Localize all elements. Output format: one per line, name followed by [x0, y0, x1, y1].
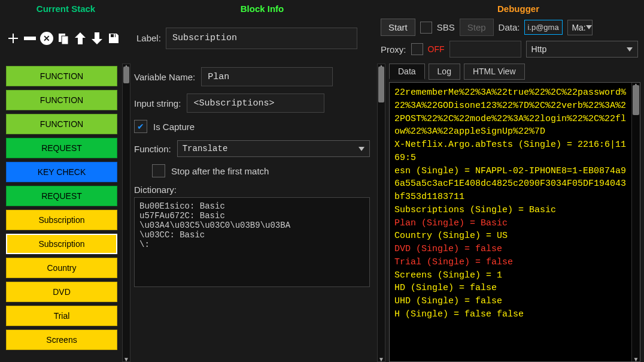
function-select[interactable]: Translate [177, 140, 370, 157]
label-input[interactable] [166, 28, 357, 49]
header-info: Block Info [132, 4, 393, 14]
input-string-input[interactable] [187, 93, 324, 113]
header-debugger: Debugger [393, 4, 644, 14]
scroll-thumb[interactable] [633, 85, 639, 115]
console-line: 22rememberMe%22%3A%22true%22%2C%22passwo… [394, 86, 629, 138]
data-label: Data: [499, 22, 520, 32]
scroll-down-icon[interactable]: ▼ [378, 356, 385, 362]
stop-first-checkbox[interactable] [152, 164, 165, 177]
chevron-down-icon [627, 47, 633, 52]
proxy-state: OFF [428, 44, 445, 54]
stack-block[interactable]: Trial [6, 306, 117, 326]
proxy-type-label: Http [531, 44, 547, 54]
console-line: Plan (Single) = Basic [394, 217, 629, 230]
label-label: Label: [136, 33, 161, 43]
is-capture-label: Is Capture [153, 122, 195, 132]
proxy-type-select[interactable]: Http [526, 41, 638, 58]
stack-block[interactable]: FUNCTION [6, 66, 117, 86]
function-label: Function: [134, 144, 171, 154]
start-button[interactable]: Start [381, 19, 415, 36]
stack-block[interactable]: REQUEST [6, 186, 117, 206]
duplicate-icon[interactable] [56, 31, 71, 46]
stack-block[interactable]: DVD [6, 282, 117, 302]
svg-rect-2 [62, 36, 68, 44]
step-button[interactable]: Step [460, 19, 494, 36]
console-line: Country (Single) = US [394, 230, 629, 243]
tab-html[interactable]: HTML View [464, 64, 525, 80]
console-line: HD (Single) = false [394, 282, 629, 295]
proxy-input[interactable] [449, 41, 521, 58]
tab-data[interactable]: Data [389, 64, 425, 80]
save-icon[interactable] [107, 31, 121, 46]
console-output: 22rememberMe%22%3A%22true%22%2C%22passwo… [390, 83, 631, 361]
header-stack: Current Stack [0, 4, 132, 14]
stack-block[interactable]: Subscription [6, 210, 117, 230]
sbs-checkbox[interactable] [420, 22, 432, 34]
console-line: H (Single) = false false [394, 308, 629, 321]
stack-toolbar: ✕ [6, 31, 132, 46]
mask-label: Ma: [572, 23, 585, 32]
console-line: esn (Single) = NFAPPL-02-IPHONE8=1-EB087… [394, 165, 629, 204]
console-line: X-Netflix.Argo.abTests (Single) = 2216:6… [394, 138, 629, 165]
delete-icon[interactable]: ✕ [40, 31, 54, 46]
stack-block[interactable]: REQUEST [6, 138, 117, 158]
dictionary-textarea[interactable]: Bu00E1sico: Basic u57FAu672C: Basic \u03… [134, 197, 370, 287]
function-value: Translate [183, 144, 228, 153]
stack-block[interactable]: Subscription [6, 234, 117, 254]
console-line: DVD (Single) = false [394, 243, 629, 256]
console-line: UHD (Single) = false [394, 295, 629, 308]
chevron-down-icon [586, 25, 592, 29]
stack-block[interactable]: FUNCTION [6, 90, 117, 110]
scroll-down-icon[interactable]: ▼ [123, 356, 130, 362]
down-icon[interactable] [90, 31, 104, 46]
proxy-label: Proxy: [381, 44, 406, 55]
is-capture-checkbox[interactable] [134, 120, 147, 133]
var-name-label: Variable Name: [134, 72, 195, 82]
chevron-down-icon [359, 147, 364, 151]
tab-log[interactable]: Log [429, 64, 460, 80]
scroll-thumb[interactable] [378, 67, 384, 102]
stack-block[interactable]: FUNCTION [6, 114, 117, 134]
console-line: Screens (Single) = 1 [394, 269, 629, 282]
svg-rect-4 [114, 34, 115, 37]
stack-block[interactable]: KEY CHECK [6, 162, 117, 182]
stack-block[interactable]: Country [6, 258, 117, 278]
console-line: Trial (Single) = false [394, 256, 629, 269]
minus-icon[interactable] [23, 31, 37, 46]
svg-rect-0 [24, 37, 36, 40]
input-string-label: Input string: [134, 98, 181, 108]
data-input[interactable]: i.p@gma [524, 20, 563, 35]
stack-list: FUNCTIONFUNCTIONFUNCTIONREQUESTKEY CHECK… [4, 64, 120, 362]
scroll-down-icon[interactable]: ▼ [632, 356, 640, 362]
block-info-panel: Variable Name: Input string: Is Capture … [134, 64, 375, 362]
debugger-tabs: Data Log HTML View [389, 64, 640, 80]
scroll-thumb[interactable] [123, 67, 129, 83]
mask-select[interactable]: Ma: [567, 20, 593, 35]
dictionary-label: Dictionary: [134, 185, 370, 195]
stack-block[interactable]: Screens [6, 330, 117, 350]
console-line: Subscriptions (Single) = Basic [394, 204, 629, 217]
console-scrollbar[interactable]: ▲ ▼ [631, 83, 640, 361]
sbs-label: SBS [437, 22, 455, 32]
info-scrollbar[interactable]: ▲ ▼ [377, 64, 385, 362]
up-icon[interactable] [73, 31, 87, 46]
proxy-checkbox[interactable] [411, 43, 423, 55]
stack-scrollbar[interactable]: ▲ ▼ [122, 64, 130, 362]
stop-first-label: Stop after the first match [171, 166, 269, 176]
plus-icon[interactable] [6, 31, 20, 46]
var-name-input[interactable] [201, 67, 333, 86]
